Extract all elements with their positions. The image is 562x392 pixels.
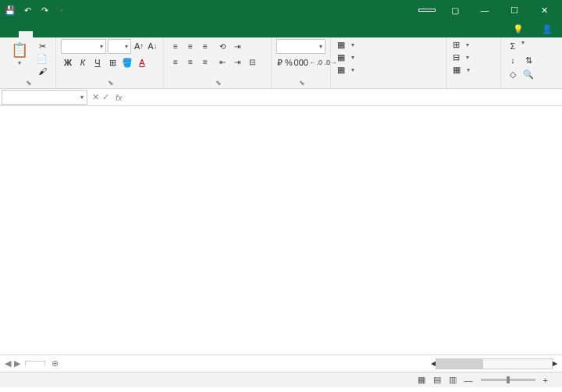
find-icon[interactable]: 🔍	[521, 67, 535, 81]
cell-styles-button[interactable]: ▦▾	[336, 64, 441, 76]
table-icon: ▦	[337, 52, 345, 62]
format-painter-icon[interactable]: 🖌	[36, 66, 48, 77]
ribbon-tabs: 💡 👤	[0, 20, 562, 37]
zoom-slider[interactable]	[481, 379, 535, 381]
undo-icon[interactable]: ↶	[22, 5, 33, 16]
align-center-icon[interactable]: ≡	[183, 55, 197, 69]
view-normal-icon[interactable]: ▦	[418, 375, 425, 385]
align-bottom-icon[interactable]: ≡	[198, 39, 212, 53]
view-pagebreak-icon[interactable]: ▥	[449, 375, 457, 385]
maximize-icon[interactable]: ☐	[501, 2, 528, 19]
close-icon[interactable]: ✕	[531, 2, 557, 19]
format-table-button[interactable]: ▦▾	[336, 52, 441, 63]
font-name-select[interactable]: ▾	[61, 39, 106, 54]
tab-help[interactable]	[117, 31, 131, 37]
align-right-icon[interactable]: ≡	[198, 55, 212, 69]
launcher-icon[interactable]: ⬊	[26, 79, 32, 87]
fill-color-icon[interactable]: 🪣	[120, 55, 134, 69]
underline-button[interactable]: Ч	[91, 55, 105, 69]
paste-button[interactable]: 📋 ▾	[5, 39, 34, 77]
font-size-select[interactable]: ▾	[108, 39, 131, 54]
login-button[interactable]	[418, 9, 436, 12]
increase-font-icon[interactable]: A↑	[133, 39, 144, 53]
delete-icon: ⊟	[453, 52, 460, 62]
save-icon[interactable]: 💾	[5, 5, 16, 16]
tab-review[interactable]	[89, 31, 103, 37]
clear-icon[interactable]: ◇	[506, 67, 520, 81]
view-layout-icon[interactable]: ▤	[433, 375, 441, 385]
number-format-select[interactable]: ▾	[276, 39, 325, 54]
add-sheet-icon[interactable]: ⊕	[45, 358, 65, 369]
name-box[interactable]: ▾	[2, 90, 87, 105]
fill-icon[interactable]: ↓	[506, 53, 520, 67]
confirm-formula-icon[interactable]: ✓	[102, 92, 109, 102]
align-left-icon[interactable]: ≡	[169, 55, 183, 69]
fx-icon[interactable]: fx	[116, 93, 123, 102]
font-color-icon[interactable]: A	[135, 55, 149, 69]
tab-formulas[interactable]	[61, 31, 75, 37]
tab-file[interactable]	[0, 31, 19, 37]
redo-icon[interactable]: ↷	[39, 5, 50, 16]
delete-cells-button[interactable]: ⊟▾	[451, 52, 496, 63]
format-icon: ▦	[453, 65, 461, 75]
decrease-indent-icon[interactable]: ⇤	[215, 55, 229, 69]
hscroll-right-icon[interactable]: ▶	[553, 360, 557, 367]
copy-icon[interactable]: 📄	[36, 53, 48, 64]
worksheet[interactable]	[0, 106, 562, 355]
tell-me[interactable]: 💡	[506, 21, 534, 37]
tab-home[interactable]	[19, 31, 33, 37]
cell-style-icon: ▦	[337, 65, 345, 75]
share-icon: 👤	[542, 24, 553, 34]
share-button[interactable]: 👤	[535, 21, 562, 37]
ribbon: 📋 ▾ ✂ 📄 🖌 ⬊ ▾ ▾ A↑ A↓ Ж К Ч ⊞	[0, 37, 562, 89]
bold-button[interactable]: Ж	[61, 55, 75, 69]
inc-decimal-icon[interactable]: ←.0	[309, 55, 323, 69]
cond-format-icon: ▦	[337, 40, 345, 50]
hscroll-bar[interactable]	[436, 358, 553, 369]
cut-icon[interactable]: ✂	[36, 41, 48, 52]
zoom-out-icon[interactable]: —	[464, 376, 473, 385]
align-top-icon[interactable]: ≡	[169, 39, 183, 53]
sheet-tabs-bar: ◀▶ ⊕ ◀ ▶	[0, 355, 562, 372]
cancel-formula-icon[interactable]: ✕	[92, 92, 99, 102]
ribbon-options-icon[interactable]: ▢	[442, 2, 468, 19]
format-cells-button[interactable]: ▦▾	[451, 64, 496, 76]
tab-data[interactable]	[75, 31, 89, 37]
tab-insert[interactable]	[33, 31, 47, 37]
launcher-icon[interactable]: ⬊	[299, 79, 305, 87]
tab-prev-icon[interactable]: ◀	[5, 358, 11, 369]
tab-next-icon[interactable]: ▶	[14, 358, 20, 369]
bulb-icon: 💡	[513, 24, 524, 34]
autosum-icon[interactable]: Σ	[506, 39, 520, 53]
tab-layout[interactable]	[47, 31, 61, 37]
orientation-icon[interactable]: ⟲	[215, 39, 229, 53]
insert-cells-button[interactable]: ⊞▾	[451, 39, 496, 51]
insert-icon: ⊞	[453, 40, 460, 50]
title-bar: 💾 ↶ ↷ ▾ ▢ — ☐ ✕	[0, 0, 562, 20]
merge-icon[interactable]: ⊟	[245, 55, 259, 69]
italic-button[interactable]: К	[76, 55, 90, 69]
minimize-icon[interactable]: —	[471, 2, 498, 19]
increase-indent-icon[interactable]: ⇥	[230, 55, 244, 69]
sort-filter-icon[interactable]: ⇅	[521, 53, 535, 67]
cond-format-button[interactable]: ▦▾	[336, 39, 441, 51]
tab-view[interactable]	[103, 31, 117, 37]
qat-dropdown-icon[interactable]: ▾	[56, 5, 67, 16]
launcher-icon[interactable]: ⬊	[215, 79, 222, 87]
formula-bar: ▾ ✕ ✓ fx	[0, 89, 562, 106]
clipboard-icon: 📋	[10, 41, 29, 59]
decrease-font-icon[interactable]: A↓	[147, 39, 158, 53]
hscroll-thumb[interactable]	[436, 359, 483, 369]
percent-icon[interactable]: %	[284, 55, 293, 69]
currency-icon[interactable]: ₽	[276, 55, 283, 69]
align-middle-icon[interactable]: ≡	[183, 39, 197, 53]
comma-icon[interactable]: 000	[294, 55, 308, 69]
wrap-text-icon[interactable]: ⇥	[230, 39, 244, 53]
status-bar: ▦ ▤ ▥ — +	[0, 372, 562, 387]
border-icon[interactable]: ⊞	[105, 55, 119, 69]
launcher-icon[interactable]: ⬊	[108, 79, 114, 87]
zoom-in-icon[interactable]: +	[543, 376, 548, 385]
sheet-tab[interactable]	[25, 361, 45, 366]
zoom-thumb[interactable]	[507, 376, 510, 383]
